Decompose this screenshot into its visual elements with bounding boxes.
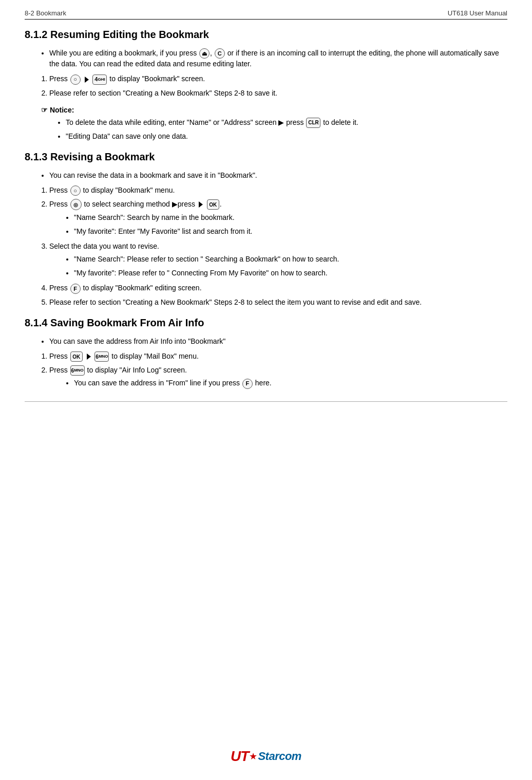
footer: UT ★ Starcom	[0, 748, 532, 765]
step2-sub2: "My favorite": Enter "My Favorite" list …	[74, 226, 507, 237]
key-menu-icon: ○	[70, 75, 81, 85]
step3-sub2: "My favorite": Please refer to " Connect…	[74, 268, 507, 278]
key-6mno-icon: 6MNO	[94, 351, 109, 362]
section-814-step1: Press OK 6MNO to display "Mail Box" menu…	[49, 351, 507, 362]
section-812-steps: Press ○ 4GHI to display "Bookmark" scree…	[49, 73, 507, 98]
logo-ut-text: UT	[231, 748, 249, 765]
section-813-step2: Press ◎ to select searching method ▶pres…	[49, 199, 507, 237]
arrow3-icon	[87, 354, 91, 360]
section-814-title: 8.1.4 Saving Bookmark From Air Info	[25, 317, 507, 329]
logo-star-symbol: ★	[249, 751, 257, 762]
section-814-intro-list: You can save the address from Air Info i…	[49, 336, 507, 347]
section-814-step2: Press 6MNO to display "Air Info Log" scr…	[49, 365, 507, 389]
key-c-icon: C	[215, 48, 225, 59]
section-814-intro: You can save the address from Air Info i…	[49, 336, 507, 347]
section-812-bullet1: While you are editing a bookmark, if you…	[49, 48, 507, 69]
step2-sub1: "Name Search": Search by name in the boo…	[74, 212, 507, 223]
header-bar: 8-2 Bookmark UT618 User Manual	[25, 9, 507, 20]
section-812: 8.1.2 Resuming Editing the Bookmark Whil…	[25, 29, 507, 142]
section-813-step4: Press F to display "Bookmark" editing sc…	[49, 283, 507, 293]
key-4ghi-icon: 4GHI	[92, 75, 107, 85]
section-813-intro-list: You can revise the data in a bookmark an…	[49, 170, 507, 181]
key-ok-icon: OK	[207, 199, 219, 210]
notice-bullets: To delete the data while editing, enter …	[66, 117, 507, 142]
key-menu2-icon: ○	[70, 185, 81, 196]
key-nav-icon: ◎	[70, 199, 82, 210]
notice-bullet2: "Editing Data" can save only one data.	[66, 131, 507, 142]
section-813-step1: Press ○ to display "Bookmark" menu.	[49, 185, 507, 196]
key-ok2-icon: OK	[70, 351, 83, 362]
section-813-step3: Select the data you want to revise. "Nam…	[49, 241, 507, 278]
notice-bullet1: To delete the data while editing, enter …	[66, 117, 507, 128]
key-f-icon: F	[70, 284, 81, 294]
key-end-icon: ⏏	[199, 48, 210, 59]
step3-sub1: "Name Search": Please refer to section "…	[74, 254, 507, 265]
section-814: 8.1.4 Saving Bookmark From Air Info You …	[25, 317, 507, 389]
key-6mno2-icon: 6MNO	[70, 365, 85, 376]
section-812-title: 8.1.2 Resuming Editing the Bookmark	[25, 29, 507, 41]
header-chapter: 8-2 Bookmark	[25, 9, 66, 17]
step2b-sub-bullets: You can save the address in "From" line …	[74, 378, 507, 388]
notice-label: Notice:	[41, 106, 507, 114]
section-812-step2: Please refer to section "Creating a New …	[49, 88, 507, 99]
arrow2-icon	[199, 201, 203, 208]
arrow-icon	[85, 77, 89, 83]
key-clr-icon: CLR	[306, 118, 320, 128]
section-813-step5: Please refer to section "Creating a New …	[49, 297, 507, 308]
section-812-notice: Notice: To delete the data while editing…	[41, 106, 507, 142]
key-f2-icon: F	[242, 379, 253, 389]
header-manual: UT618 User Manual	[448, 9, 507, 17]
section-813-steps: Press ○ to display "Bookmark" menu. Pres…	[49, 185, 507, 308]
section-812-step1: Press ○ 4GHI to display "Bookmark" scree…	[49, 73, 507, 84]
page-separator	[25, 401, 507, 402]
step2-sub-bullets: "Name Search": Search by name in the boo…	[74, 212, 507, 237]
step3-sub-bullets: "Name Search": Please refer to section "…	[74, 254, 507, 278]
section-812-intro-list: While you are editing a bookmark, if you…	[49, 48, 507, 69]
step2b-sub1: You can save the address in "From" line …	[74, 378, 507, 388]
section-813-title: 8.1.3 Revising a Bookmark	[25, 151, 507, 163]
section-813: 8.1.3 Revising a Bookmark You can revise…	[25, 151, 507, 308]
section-814-steps: Press OK 6MNO to display "Mail Box" menu…	[49, 351, 507, 389]
ut-starcom-logo: UT ★ Starcom	[231, 748, 301, 765]
logo-starcom-text: Starcom	[258, 750, 301, 763]
section-813-intro: You can revise the data in a bookmark an…	[49, 170, 507, 181]
page: 8-2 Bookmark UT618 User Manual 8.1.2 Res…	[0, 0, 532, 780]
